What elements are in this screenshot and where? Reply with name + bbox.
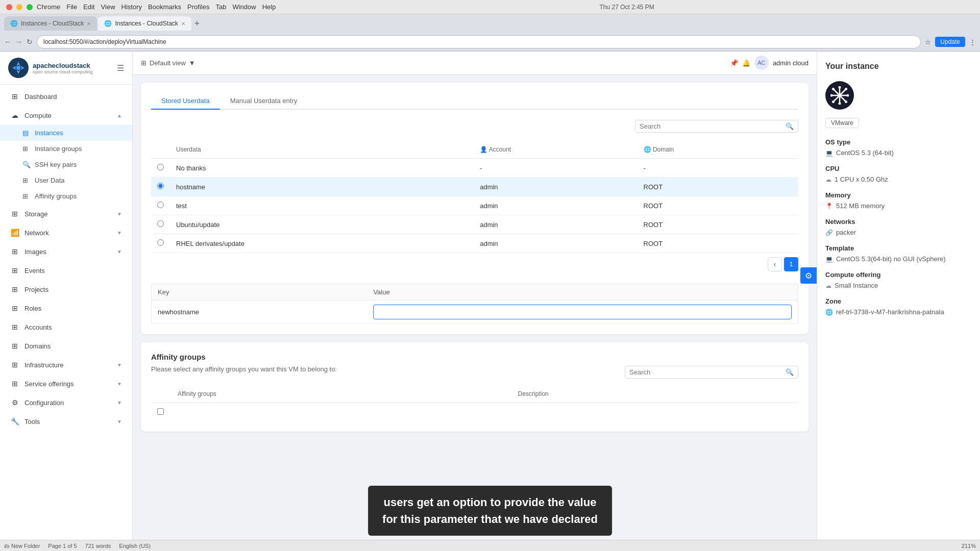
tab-stored-userdata[interactable]: Stored Userdata bbox=[151, 93, 220, 110]
cloudstack-snowflake-icon bbox=[830, 86, 849, 105]
new-tab-button[interactable]: + bbox=[194, 18, 200, 29]
domains-icon: ⊞ bbox=[10, 342, 19, 350]
window-time: Thu 27 Oct 2:45 PM bbox=[280, 4, 974, 11]
radio-ubuntu[interactable] bbox=[157, 220, 164, 227]
template-section: Template 💻 CentOS 5.3(64-bit) no GUI (vS… bbox=[825, 244, 972, 263]
browser-actions: ☆ Update ⋮ bbox=[925, 37, 976, 47]
sidebar-item-affinity-groups[interactable]: ⊞ Affinity groups bbox=[0, 188, 132, 204]
prev-page[interactable]: ‹ bbox=[768, 257, 782, 271]
compute-offering-icon: ☁ bbox=[825, 282, 831, 289]
userdata-icon: ⊞ bbox=[22, 177, 31, 184]
sidebar-item-instances[interactable]: ▤ Instances bbox=[0, 125, 132, 141]
radio-no-thanks[interactable] bbox=[157, 164, 164, 170]
menu-icon[interactable]: ⋮ bbox=[969, 38, 976, 46]
user-avatar[interactable]: AC bbox=[754, 56, 769, 70]
col-radio bbox=[151, 141, 170, 159]
bookmark-icon[interactable]: ☆ bbox=[925, 38, 931, 46]
domain-hostname: ROOT bbox=[638, 178, 798, 196]
svg-point-9 bbox=[847, 94, 849, 97]
sidebar-label-roles: Roles bbox=[24, 305, 41, 312]
bell-icon[interactable]: 🔔 bbox=[742, 59, 750, 67]
radio-rhel[interactable] bbox=[157, 239, 164, 246]
mac-min-btn[interactable] bbox=[16, 4, 22, 10]
affinity-group-name bbox=[172, 403, 512, 422]
kv-table: Key Value newhostname bbox=[151, 284, 798, 324]
mac-max-btn[interactable] bbox=[27, 4, 33, 10]
tools-icon: 🔧 bbox=[10, 417, 19, 425]
table-row[interactable]: test admin ROOT bbox=[151, 196, 798, 215]
update-button[interactable]: Update bbox=[935, 37, 965, 47]
kv-value-cell bbox=[367, 300, 798, 324]
tab2-close[interactable]: ✕ bbox=[181, 21, 185, 27]
grid-icon: ⊞ bbox=[141, 59, 146, 67]
svg-point-7 bbox=[839, 103, 841, 105]
sidebar-item-storage[interactable]: ⊞ Storage ▼ bbox=[2, 205, 130, 223]
sidebar-item-tools[interactable]: 🔧 Tools ▼ bbox=[2, 412, 130, 431]
sidebar-item-network[interactable]: 📶 Network ▼ bbox=[2, 223, 130, 242]
forward-button[interactable]: → bbox=[15, 38, 22, 46]
zone-section: Zone 🌐 ref-trl-3738-v-M7-harikrishna-pat… bbox=[825, 297, 972, 316]
sidebar-item-images[interactable]: ⊞ Images ▼ bbox=[2, 242, 130, 261]
browser-tab-2[interactable]: 🌐 Instances - CloudStack ✕ bbox=[98, 16, 191, 31]
sidebar-item-accounts[interactable]: ⊞ Accounts bbox=[2, 318, 130, 336]
sidebar-item-projects[interactable]: ⊞ Projects bbox=[2, 280, 130, 298]
svg-point-11 bbox=[845, 101, 847, 103]
sidebar-item-instance-groups[interactable]: ⊞ Instance groups bbox=[0, 141, 132, 157]
app-container: apachecloudstack open source cloud compu… bbox=[0, 52, 980, 551]
sidebar-item-ssh-key-pairs[interactable]: 🔍 SSH key pairs bbox=[0, 157, 132, 172]
browser-tab-1[interactable]: 🌐 Instances - CloudStack ✕ bbox=[4, 16, 97, 31]
affinity-search-wrap: 🔍 bbox=[625, 366, 798, 379]
table-row[interactable]: RHEL derivates/update admin ROOT bbox=[151, 234, 798, 253]
affinity-icon: ⊞ bbox=[22, 192, 31, 200]
mac-titlebar: Chrome File Edit View History Bookmarks … bbox=[0, 0, 980, 14]
tab1-close[interactable]: ✕ bbox=[87, 21, 91, 27]
sidebar-item-domains[interactable]: ⊞ Domains bbox=[2, 337, 130, 355]
affinity-row bbox=[151, 403, 798, 422]
radio-hostname[interactable] bbox=[157, 183, 164, 189]
col-userdata: Userdata bbox=[170, 141, 474, 159]
table-row[interactable]: No thanks - - bbox=[151, 159, 798, 178]
affinity-search-input[interactable] bbox=[629, 368, 782, 376]
table-row[interactable]: Ubuntu/update admin ROOT bbox=[151, 215, 798, 234]
mac-close-btn[interactable] bbox=[6, 4, 12, 10]
table-row[interactable]: hostname admin ROOT bbox=[151, 178, 798, 196]
sidebar: apachecloudstack open source cloud compu… bbox=[0, 52, 133, 551]
refresh-button[interactable]: ↻ bbox=[27, 38, 33, 46]
kv-section: Key Value newhostname bbox=[151, 284, 798, 324]
sidebar-label-domains: Domains bbox=[24, 342, 51, 350]
tab-manual-userdata[interactable]: Manual Userdata entry bbox=[220, 93, 308, 110]
sidebar-item-compute[interactable]: ☁ Compute ▲ bbox=[2, 106, 130, 124]
network-icon: 📶 bbox=[10, 229, 19, 237]
sidebar-item-infrastructure[interactable]: ⊞ Infrastructure ▼ bbox=[2, 356, 130, 374]
affinity-checkbox[interactable] bbox=[157, 408, 164, 415]
url-field[interactable] bbox=[37, 35, 921, 48]
sidebar-label-tools: Tools bbox=[24, 418, 40, 425]
sidebar-item-configuration[interactable]: ⚙ Configuration ▼ bbox=[2, 393, 130, 412]
pin-icon[interactable]: 📌 bbox=[730, 59, 738, 67]
account-ubuntu: admin bbox=[474, 215, 637, 234]
address-bar: ← → ↻ ☆ Update ⋮ bbox=[0, 33, 980, 51]
domain-test: ROOT bbox=[638, 196, 798, 215]
networks-label: Networks bbox=[825, 218, 972, 226]
new-folder-btn[interactable]: 🗁 New Folder bbox=[4, 543, 40, 549]
sidebar-item-events[interactable]: ⊞ Events bbox=[2, 261, 130, 280]
float-settings-btn[interactable]: ⚙ bbox=[800, 267, 817, 284]
radio-test[interactable] bbox=[157, 202, 164, 208]
kv-value-input[interactable] bbox=[373, 305, 792, 319]
compute-value: Small Instance bbox=[835, 282, 878, 289]
sidebar-item-user-data[interactable]: ⊞ User Data bbox=[0, 172, 132, 188]
kv-key: newhostname bbox=[152, 300, 368, 324]
view-select[interactable]: ⊞ Default view ▼ bbox=[141, 59, 195, 67]
service-chevron: ▼ bbox=[117, 381, 122, 387]
search-input[interactable] bbox=[640, 122, 782, 130]
instance-icon bbox=[825, 81, 854, 110]
page-1[interactable]: 1 bbox=[784, 257, 798, 271]
sidebar-item-dashboard[interactable]: ⊞ Dashboard bbox=[2, 87, 130, 106]
userdata-ubuntu: Ubuntu/update bbox=[170, 215, 474, 234]
sidebar-item-service-offerings[interactable]: ⊞ Service offerings ▼ bbox=[2, 374, 130, 393]
hamburger-menu[interactable]: ☰ bbox=[117, 63, 124, 73]
top-bar: ⊞ Default view ▼ 📌 🔔 AC admin cloud bbox=[133, 52, 817, 74]
sidebar-label-config: Configuration bbox=[24, 399, 64, 407]
sidebar-item-roles[interactable]: ⊞ Roles bbox=[2, 299, 130, 317]
back-button[interactable]: ← bbox=[4, 38, 11, 46]
